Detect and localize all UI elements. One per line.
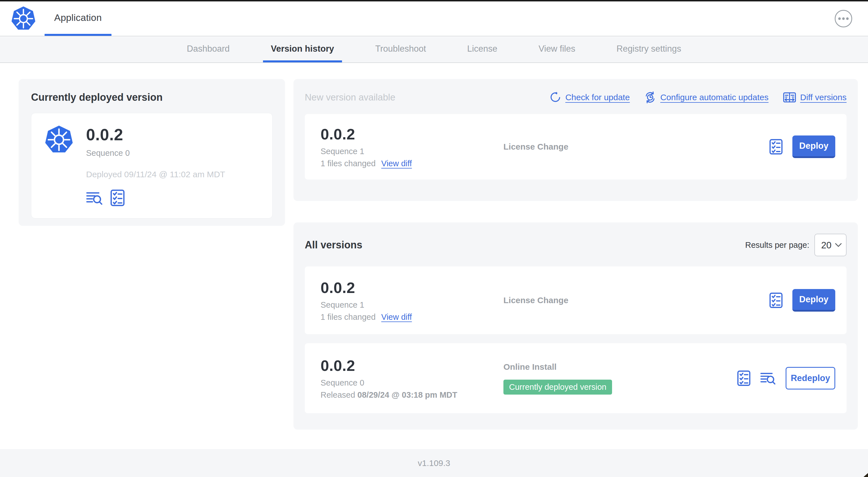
preflight-checks-icon[interactable]	[737, 370, 751, 386]
redeploy-button[interactable]: Redeploy	[785, 367, 835, 389]
tab-view-files[interactable]: View files	[530, 37, 583, 62]
app-title: Application	[54, 12, 102, 23]
tab-registry-settings[interactable]: Registry settings	[609, 37, 689, 62]
results-per-page-select[interactable]: 20	[814, 234, 846, 256]
version-source-label: License Change	[503, 142, 568, 152]
preflight-checks-icon[interactable]	[769, 139, 783, 155]
configure-automatic-updates-link[interactable]: Configure automatic updates	[645, 91, 769, 103]
tab-dashboard[interactable]: Dashboard	[179, 37, 238, 62]
version-row: 0.0.2 Sequence 0 Released 08/29/24 @ 03:…	[305, 343, 846, 413]
new-version-card: 0.0.2 Sequence 1 1 files changed View di…	[305, 114, 846, 180]
currently-deployed-card: 0.0.2 Sequence 0 Deployed 09/11/24 @ 11:…	[31, 113, 273, 218]
deploy-button[interactable]: Deploy	[793, 289, 835, 311]
app-subnav: Dashboard Version history Troubleshoot L…	[0, 37, 868, 63]
deployed-sequence: Sequence 0	[86, 148, 225, 158]
version-sequence: Sequence 0	[320, 378, 503, 388]
cursor-artifact	[864, 473, 868, 477]
app-header: Application	[0, 1, 868, 36]
deployed-version-number: 0.0.2	[86, 125, 225, 144]
version-number: 0.0.2	[320, 357, 503, 374]
console-version: v1.109.3	[417, 458, 450, 468]
tab-version-history[interactable]: Version history	[263, 37, 342, 62]
version-source-label: Online Install	[503, 362, 556, 372]
kubernetes-logo-icon	[11, 6, 36, 31]
new-version-title: New version available	[305, 92, 395, 103]
version-row: 0.0.2 Sequence 1 1 files changed View di…	[305, 266, 846, 334]
refresh-icon	[550, 91, 561, 103]
preflight-checks-icon[interactable]	[769, 292, 783, 308]
version-number: 0.0.2	[320, 125, 503, 143]
results-per-page-label: Results per page:	[745, 240, 809, 250]
files-changed-label: 1 files changed	[320, 159, 376, 168]
version-number: 0.0.2	[320, 279, 503, 296]
preflight-checks-icon[interactable]	[110, 189, 125, 206]
overflow-menu-button[interactable]	[835, 10, 852, 27]
deployed-timestamp: Deployed 09/11/24 @ 11:02 am MDT	[86, 170, 225, 179]
view-diff-link[interactable]: View diff	[381, 312, 412, 322]
app-footer: v1.109.3	[0, 449, 868, 477]
released-timestamp: Released 08/29/24 @ 03:18 pm MDT	[320, 390, 503, 400]
logs-icon[interactable]	[86, 191, 103, 205]
logs-icon[interactable]	[760, 371, 776, 385]
check-for-update-link[interactable]: Check for update	[550, 91, 629, 103]
diff-versions-link[interactable]: Diff versions	[783, 92, 846, 103]
all-versions-title: All versions	[305, 239, 362, 251]
ellipsis-icon	[838, 17, 849, 20]
all-versions-panel: All versions Results per page: 20 0.0.2 …	[293, 222, 858, 429]
tab-troubleshoot[interactable]: Troubleshoot	[367, 37, 434, 62]
files-changed-label: 1 files changed	[320, 312, 376, 322]
header-app-tab[interactable]: Application	[44, 1, 112, 36]
version-source-label: License Change	[503, 296, 568, 305]
kubernetes-logo-icon	[44, 125, 74, 154]
currently-deployed-panel: Currently deployed version 0.0.2 Sequenc…	[19, 79, 285, 226]
currently-deployed-badge: Currently deployed version	[503, 380, 612, 395]
version-sequence: Sequence 1	[320, 147, 503, 156]
new-version-panel: New version available Check for update C…	[293, 79, 858, 201]
diff-icon	[783, 92, 796, 103]
deploy-button[interactable]: Deploy	[793, 136, 835, 158]
version-sequence: Sequence 1	[320, 300, 503, 309]
tab-license[interactable]: License	[459, 37, 505, 62]
currently-deployed-title: Currently deployed version	[31, 91, 273, 103]
auto-update-clock-icon	[645, 91, 656, 103]
view-diff-link[interactable]: View diff	[381, 159, 412, 168]
app-root: Application Dashboard Version history Tr…	[0, 0, 868, 477]
